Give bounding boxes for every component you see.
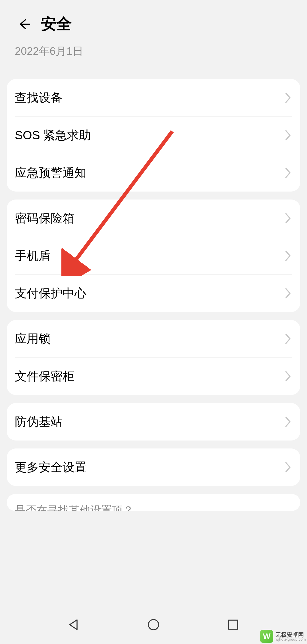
watermark-logo-icon	[260, 630, 273, 643]
circle-home-icon	[147, 618, 160, 631]
settings-group-3: 应用锁 文件保密柜	[7, 320, 300, 395]
nav-home-button[interactable]	[147, 618, 160, 631]
row-emergency-alert[interactable]: 应急预警通知	[7, 154, 300, 192]
row-anti-fake-station[interactable]: 防伪基站	[7, 403, 300, 441]
settings-group-2: 密码保险箱 手机盾 支付保护中心	[7, 200, 300, 312]
row-label: 手机盾	[15, 248, 51, 264]
chevron-right-icon	[285, 288, 292, 299]
chevron-right-icon	[285, 213, 292, 224]
row-more-security[interactable]: 更多安全设置	[7, 448, 300, 486]
row-label: 应急预警通知	[15, 165, 86, 181]
row-password-vault[interactable]: 密码保险箱	[7, 200, 300, 237]
watermark-main: 无极安卓网	[275, 632, 306, 637]
chevron-right-icon	[285, 250, 292, 261]
content: 查找设备 SOS 紧急求助 应急预警通知 密码保险箱 手机盾 支付保护中心 应用…	[0, 59, 307, 511]
row-label: 密码保险箱	[15, 210, 74, 226]
triangle-back-icon	[67, 618, 80, 631]
back-arrow-icon	[17, 17, 31, 31]
settings-group-1: 查找设备 SOS 紧急求助 应急预警通知	[7, 79, 300, 192]
row-label: SOS 紧急求助	[15, 127, 91, 143]
square-recent-icon	[227, 618, 240, 631]
chevron-right-icon	[285, 371, 292, 382]
page-title: 安全	[41, 14, 72, 34]
nav-back-button[interactable]	[67, 618, 80, 631]
nav-recent-button[interactable]	[227, 618, 240, 631]
svg-rect-3	[229, 620, 238, 629]
row-label: 查找设备	[15, 90, 63, 106]
row-label: 防伪基站	[15, 414, 63, 430]
chevron-right-icon	[285, 416, 292, 427]
svg-point-2	[148, 620, 159, 630]
row-phone-shield[interactable]: 手机盾	[7, 237, 300, 275]
chevron-right-icon	[285, 462, 292, 473]
settings-group-partial: 是否在寻找其他设置项？	[7, 494, 300, 511]
chevron-right-icon	[285, 167, 292, 178]
row-find-device[interactable]: 查找设备	[7, 79, 300, 117]
row-payment-protection[interactable]: 支付保护中心	[7, 275, 300, 312]
header: 安全	[0, 0, 307, 34]
row-app-lock[interactable]: 应用锁	[7, 320, 300, 358]
row-label: 是否在寻找其他设置项？	[15, 503, 134, 511]
watermark: 无极安卓网 wjhotelgroup.com	[260, 630, 306, 643]
chevron-right-icon	[285, 130, 292, 141]
row-file-safe[interactable]: 文件保密柜	[7, 358, 300, 395]
chevron-right-icon	[285, 333, 292, 344]
chevron-right-icon	[285, 92, 292, 103]
row-label: 文件保密柜	[15, 368, 74, 384]
watermark-sub: wjhotelgroup.com	[275, 637, 306, 641]
row-partial[interactable]: 是否在寻找其他设置项？	[7, 494, 300, 511]
row-label: 应用锁	[15, 331, 51, 347]
watermark-text: 无极安卓网 wjhotelgroup.com	[275, 632, 306, 641]
back-button[interactable]	[17, 17, 31, 31]
settings-group-5: 更多安全设置	[7, 448, 300, 486]
date-label: 2022年6月1日	[0, 34, 307, 59]
row-sos[interactable]: SOS 紧急求助	[7, 117, 300, 154]
row-label: 更多安全设置	[15, 459, 86, 475]
row-label: 支付保护中心	[15, 285, 86, 301]
settings-group-4: 防伪基站	[7, 403, 300, 441]
